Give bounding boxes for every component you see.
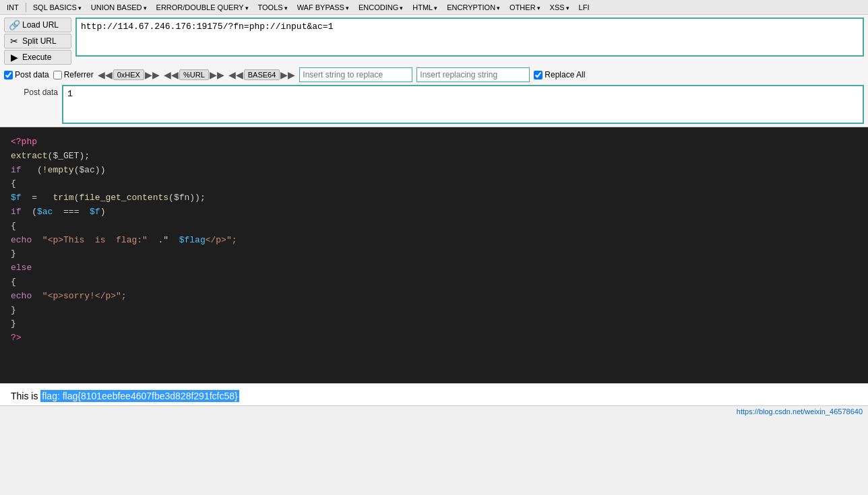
code-line-12: } bbox=[11, 304, 857, 318]
postdata-input[interactable]: 1 bbox=[62, 85, 864, 124]
execute-button[interactable]: ▶ Execute bbox=[4, 50, 71, 65]
url-encode-btn[interactable]: ◀◀ %URL ▶▶ bbox=[164, 69, 224, 80]
postdata-area: Post data 1 bbox=[4, 85, 864, 124]
referrer-checkbox-label[interactable]: Referrer bbox=[53, 70, 94, 79]
base64-arrow-right: ▶▶ bbox=[280, 69, 295, 80]
base64-label: BASE64 bbox=[244, 69, 280, 80]
menu-xss[interactable]: XSS bbox=[546, 3, 574, 12]
result-prefix: This is bbox=[11, 391, 40, 401]
load-url-button[interactable]: 🔗 Load URL bbox=[4, 18, 71, 32]
code-line-5: if ($ac === $f) bbox=[11, 205, 857, 220]
menu-html[interactable]: HTML bbox=[408, 3, 441, 12]
code-line-2: if (!empty($ac)) bbox=[11, 164, 857, 178]
url-arrow-left: ◀◀ bbox=[164, 69, 179, 80]
menu-error-query[interactable]: ERROR/DOUBLE QUERY bbox=[152, 3, 253, 12]
load-url-icon: 🔗 bbox=[9, 20, 20, 30]
menu-bar: INT SQL BASICS UNION BASED ERROR/DOUBLE … bbox=[0, 0, 868, 15]
base64-arrow-left: ◀◀ bbox=[228, 69, 243, 80]
replace-all-checkbox[interactable] bbox=[534, 71, 542, 79]
code-line-13: } bbox=[11, 317, 857, 331]
execute-label: Execute bbox=[22, 53, 51, 62]
split-url-label: Split URL bbox=[22, 36, 57, 46]
menu-sql-basics[interactable]: SQL BASICS bbox=[29, 3, 86, 12]
replacing-string-input[interactable] bbox=[416, 67, 530, 82]
code-area: <?php extract($_GET); if (!empty($ac)) {… bbox=[0, 127, 868, 383]
code-line-0: <?php bbox=[11, 135, 857, 150]
code-line-10: { bbox=[11, 275, 857, 290]
status-bar: https://blog.csdn.net/weixin_46578640 bbox=[0, 405, 868, 417]
left-buttons: 🔗 Load URL ✂ Split URL ▶ Execute bbox=[4, 18, 71, 65]
post-data-checkbox-label[interactable]: Post data bbox=[4, 70, 49, 79]
menu-waf-bypass[interactable]: WAF BYPASS bbox=[293, 3, 353, 12]
post-data-checkbox-text: Post data bbox=[15, 70, 49, 79]
hex-label: 0xHEX bbox=[113, 69, 144, 80]
menu-encoding[interactable]: ENCODING bbox=[354, 3, 407, 12]
code-line-9: else bbox=[11, 261, 857, 275]
options-row: Post data Referrer ◀◀ 0xHEX ▶▶ ◀◀ %URL ▶… bbox=[4, 67, 864, 82]
menu-other[interactable]: OTHER bbox=[505, 3, 545, 12]
load-url-label: Load URL bbox=[22, 20, 59, 30]
post-data-checkbox[interactable] bbox=[4, 71, 13, 79]
menu-encryption[interactable]: ENCRYPTION bbox=[443, 3, 504, 12]
split-url-icon: ✂ bbox=[9, 36, 20, 46]
menu-lfi[interactable]: LFI bbox=[575, 3, 594, 12]
menu-int[interactable]: INT bbox=[3, 3, 23, 12]
url-label: %URL bbox=[179, 69, 209, 80]
code-line-3: { bbox=[11, 177, 857, 191]
referrer-checkbox[interactable] bbox=[53, 71, 62, 79]
hex-arrow-left: ◀◀ bbox=[98, 69, 113, 80]
base64-encode-btn[interactable]: ◀◀ BASE64 ▶▶ bbox=[228, 69, 296, 80]
code-line-6: { bbox=[11, 220, 857, 234]
code-line-7: echo "<p>This is flag:" ." $flag</p>"; bbox=[11, 234, 857, 248]
split-url-button[interactable]: ✂ Split URL bbox=[4, 34, 71, 48]
menu-tools[interactable]: TOOLS bbox=[254, 3, 292, 12]
status-url: https://blog.csdn.net/weixin_46578640 bbox=[737, 407, 863, 416]
code-line-14: ?> bbox=[11, 331, 857, 345]
code-line-11: echo "<p>sorry!</p>"; bbox=[11, 290, 857, 304]
menu-sep-1 bbox=[26, 3, 26, 12]
url-input[interactable]: http://114.67.246.176:19175/?fn=php://in… bbox=[75, 18, 864, 57]
code-line-1: extract($_GET); bbox=[11, 150, 857, 164]
url-controls: 🔗 Load URL ✂ Split URL ▶ Execute http://… bbox=[4, 18, 864, 65]
execute-icon: ▶ bbox=[9, 52, 20, 63]
url-arrow-right: ▶▶ bbox=[210, 69, 224, 80]
hex-encode-btn[interactable]: ◀◀ 0xHEX ▶▶ bbox=[98, 69, 160, 80]
referrer-checkbox-text: Referrer bbox=[64, 70, 94, 79]
hex-arrow-right: ▶▶ bbox=[145, 69, 160, 80]
replace-all-label[interactable]: Replace All bbox=[534, 70, 585, 79]
result-highlighted: flag: flag{8101eebfee4607fbe3d828f291fcf… bbox=[40, 390, 239, 402]
replace-string-input[interactable] bbox=[299, 67, 412, 82]
menu-union-based[interactable]: UNION BASED bbox=[87, 3, 151, 12]
postdata-label: Post data bbox=[4, 85, 58, 97]
toolbar: 🔗 Load URL ✂ Split URL ▶ Execute http://… bbox=[0, 15, 868, 127]
result-area: This is flag: flag{8101eebfee4607fbe3d82… bbox=[0, 383, 868, 405]
code-line-4: $f = trim(file_get_contents($fn)); bbox=[11, 191, 857, 205]
replace-all-text: Replace All bbox=[545, 70, 585, 79]
code-line-8: } bbox=[11, 247, 857, 261]
